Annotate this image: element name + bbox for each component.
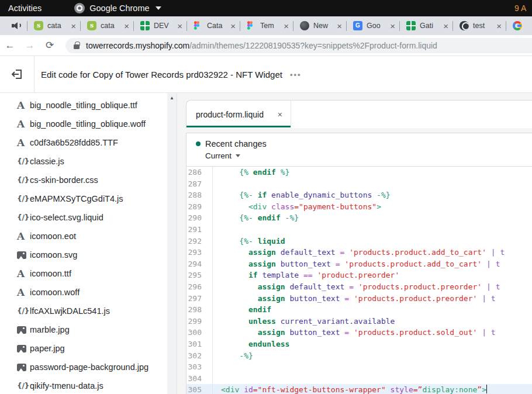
code-line[interactable]: 298 endif <box>186 304 532 316</box>
browser-tab[interactable]: Goo× <box>347 16 399 35</box>
activities-button[interactable]: Activities <box>8 4 42 13</box>
code-line[interactable]: 302 -%} <box>186 350 532 362</box>
tab-close-icon[interactable]: × <box>284 22 289 30</box>
audio-speaker-icon[interactable] <box>12 22 21 29</box>
code-line[interactable]: 297 assign button_text = 'products.produ… <box>186 293 532 305</box>
line-number: 289 <box>186 201 213 213</box>
system-clock[interactable]: 9 A <box>514 0 532 16</box>
scroll-up-icon[interactable]: ▲ <box>167 95 177 101</box>
sidebar-scrollbar[interactable]: ▲ <box>167 93 177 394</box>
line-number: 293 <box>186 247 213 258</box>
tab-close-icon[interactable]: × <box>278 110 282 119</box>
file-row[interactable]: Ac0df3a6b528fdd85.TTF <box>0 133 167 152</box>
file-row[interactable]: Aicomoon.woff <box>0 283 167 302</box>
code-line[interactable]: 287 <box>186 178 532 190</box>
code-line-text: <div id="nft-widget-buttons-wrapper" sty… <box>213 384 487 394</box>
browser-tab[interactable]: DEV× <box>134 16 186 35</box>
code-line[interactable]: 300 assign button_text = 'products.produ… <box>186 327 532 338</box>
browser-tab[interactable]: Tem× <box>240 16 293 35</box>
reload-icon[interactable]: ⟳ <box>40 39 60 51</box>
code-line[interactable]: 292 {%- liquid <box>186 236 532 247</box>
code-line[interactable]: 295 if template == 'product.preorder' <box>186 269 532 281</box>
forward-icon[interactable]: → <box>20 40 40 51</box>
tab-title: cata <box>47 22 67 30</box>
code-line[interactable]: 299 unless current_variant.available <box>186 316 532 327</box>
file-name: classie.js <box>30 157 64 166</box>
file-row[interactable]: {/}classie.js <box>0 152 167 171</box>
address-bar[interactable]: towerrecords.myshopify.com/admin/themes/… <box>65 38 532 53</box>
file-row[interactable]: Abig_noodle_titling_oblique.ttf <box>0 96 167 115</box>
tab-close-icon[interactable]: × <box>390 22 395 30</box>
code-line-text: unless current_variant.available <box>213 316 395 327</box>
more-actions-button[interactable]: ••• <box>290 70 302 79</box>
tab-close-icon[interactable]: × <box>443 22 448 30</box>
tab-close-icon[interactable]: × <box>124 22 129 30</box>
file-row[interactable]: paper.jpg <box>0 339 167 358</box>
tab-close-icon[interactable]: × <box>337 22 342 30</box>
code-line[interactable]: 294 assign button_text = 'products.produ… <box>186 258 532 270</box>
editor-tab-product-form[interactable]: product-form.liquid × <box>186 101 291 128</box>
file-name: marble.jpg <box>30 325 70 334</box>
code-line[interactable]: 291 <box>186 224 532 236</box>
active-tab-underline <box>186 126 291 127</box>
code-line[interactable]: 286 {% endif %} <box>186 167 532 178</box>
tab-title: test <box>473 22 492 30</box>
code-line-text <box>213 178 221 190</box>
code-file-icon: {/} <box>17 157 30 165</box>
active-app-menu[interactable]: Google Chrome <box>74 3 161 13</box>
browser-tab[interactable]: New× <box>293 16 346 35</box>
code-line[interactable]: 304 <box>186 373 532 385</box>
code-area[interactable]: 286 {% endif %}287288 {%- if enable_dyna… <box>186 167 532 394</box>
code-line-text: if template == 'product.preorder' <box>213 269 399 281</box>
recent-changes-label: Recent changes <box>205 139 267 148</box>
file-name: icomoon.svg <box>30 250 77 260</box>
code-line[interactable]: 290 {%- endif -%} <box>186 212 532 224</box>
lock-icon[interactable] <box>74 44 80 49</box>
file-row[interactable]: {/}cs-skin-border.css <box>0 171 167 189</box>
globe-favicon <box>460 21 469 30</box>
code-file-icon: {/} <box>17 176 30 184</box>
file-row[interactable]: password-page-background.jpg <box>0 358 167 376</box>
main-content: A Abig_noodle_titling_oblique.ttfAbig_no… <box>0 93 532 394</box>
image-file-icon <box>17 251 30 259</box>
file-row[interactable]: Aicomoon.ttf <box>0 264 167 283</box>
code-line-text <box>213 224 221 236</box>
file-row[interactable]: {/}eMAPMXSyTCgGdiT4.js <box>0 189 167 208</box>
browser-tab[interactable]: cata× <box>27 16 80 35</box>
code-line[interactable]: 303 <box>186 361 532 373</box>
browser-tab[interactable]: test× <box>453 16 506 35</box>
code-line-text: {%- liquid <box>213 236 285 247</box>
file-row[interactable]: marble.jpg <box>0 320 167 339</box>
image-file-icon <box>17 364 26 371</box>
file-row[interactable]: {/}lfcAXLwjkDALc541.js <box>0 302 167 320</box>
file-row[interactable]: Abig_noodle_titling_oblique.woff <box>0 115 167 133</box>
file-name: lfcAXLwjkDALc541.js <box>30 306 110 316</box>
tab-close-icon[interactable]: × <box>177 22 182 30</box>
tab-close-icon[interactable]: × <box>496 22 502 30</box>
code-line[interactable]: 296 assign default_text = 'products.prod… <box>186 281 532 293</box>
tab-close-icon[interactable]: × <box>71 22 76 30</box>
tab-close-icon[interactable]: × <box>230 22 236 30</box>
line-number: 304 <box>186 373 213 385</box>
browser-tab[interactable]: Cata× <box>187 16 240 35</box>
code-line[interactable]: 293 assign default_text = 'products.prod… <box>186 247 532 258</box>
file-row[interactable]: {/}ico-select.svg.liquid <box>0 208 167 227</box>
code-line-text: assign button_text = 'products.product.p… <box>213 293 496 305</box>
back-icon[interactable]: ← <box>0 40 20 51</box>
file-name: icomoon.eot <box>30 231 76 241</box>
code-line[interactable]: 305<div id="nft-widget-buttons-wrapper" … <box>186 384 532 394</box>
code-line[interactable]: 301 endunless <box>186 338 532 350</box>
image-file-icon <box>17 326 30 334</box>
version-dropdown[interactable]: Current <box>205 151 532 160</box>
file-row[interactable]: icomoon.svg <box>0 246 167 264</box>
exit-button[interactable] <box>0 68 34 81</box>
browser-tab[interactable] <box>506 16 532 35</box>
file-row[interactable]: Aicomoon.eot <box>0 227 167 246</box>
code-line[interactable]: 288 {%- if enable_dynamic_buttons -%} <box>186 189 532 201</box>
file-row[interactable]: {/}qikify-tmenu-data.js <box>0 376 167 394</box>
browser-tab[interactable]: cata× <box>81 16 133 35</box>
active-app-name: Google Chrome <box>89 4 149 13</box>
code-line[interactable]: 289 <div class="payment-buttons"> <box>186 201 532 213</box>
exit-icon <box>11 68 23 81</box>
browser-tab[interactable]: Gati× <box>400 16 452 35</box>
